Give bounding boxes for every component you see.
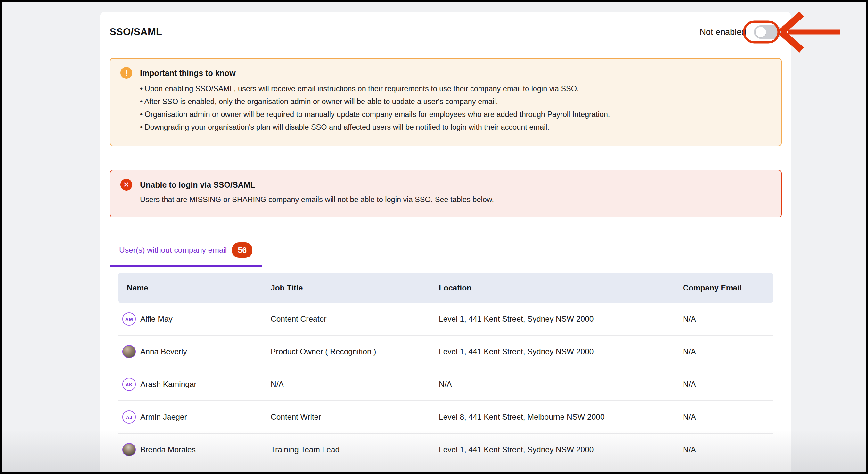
- user-name-cell: Brenda Morales: [118, 443, 271, 456]
- user-name-cell: AM Alfie May: [118, 312, 271, 326]
- important-info-alert: ! Important things to know Upon enabling…: [110, 58, 781, 146]
- company-email-cell: N/A: [683, 412, 773, 421]
- page-title: SSO/SAML: [110, 26, 162, 38]
- user-name: Anna Beverly: [140, 347, 187, 356]
- table-row[interactable]: Anna Beverly Product Owner ( Recognition…: [118, 336, 773, 368]
- warning-bullet: Organisation admin or owner will be requ…: [140, 108, 771, 121]
- warning-alert-body: Important things to know Upon enabling S…: [140, 67, 771, 133]
- warning-bullet-list: Upon enabling SSO/SAML, users will recei…: [140, 82, 771, 133]
- sso-toggle[interactable]: [754, 25, 781, 39]
- warning-bullet: After SSO is enabled, only the organisat…: [140, 95, 771, 108]
- sso-login-error-alert: ✕ Unable to login via SSO/SAML Users tha…: [110, 170, 781, 218]
- table-row[interactable]: AK Arash Kamingar N/A N/A N/A: [118, 368, 773, 401]
- toggle-knob-icon: [755, 27, 766, 37]
- company-email-cell: N/A: [683, 380, 773, 389]
- user-name-cell: AJ Armin Jaeger: [118, 410, 271, 424]
- job-title-cell: Content Creator: [271, 315, 439, 323]
- table-row[interactable]: Brenda Morales Training Team Lead Level …: [118, 434, 773, 466]
- location-cell: Level 1, 441 Kent Street, Sydney NSW 200…: [439, 315, 683, 323]
- company-email-cell: N/A: [683, 315, 773, 323]
- column-header-location: Location: [439, 283, 683, 292]
- job-title-cell: Training Team Lead: [271, 445, 439, 454]
- company-email-cell: N/A: [683, 445, 773, 454]
- screenshot-frame: SSO/SAML Not enabled !: [0, 0, 868, 474]
- tab-bar: User(s) without company email 56: [110, 243, 781, 266]
- users-table: Name Job Title Location Company Email AM…: [118, 273, 773, 466]
- warning-bullet: Downgrading your organisation's plan wil…: [140, 121, 771, 133]
- user-name-cell: AK Arash Kamingar: [118, 378, 271, 391]
- job-title-cell: Product Owner ( Recognition ): [271, 347, 439, 356]
- warning-bullet: Upon enabling SSO/SAML, users will recei…: [140, 82, 771, 95]
- user-name: Brenda Morales: [140, 445, 196, 454]
- user-name: Arash Kamingar: [140, 380, 197, 389]
- avatar: AJ: [122, 410, 136, 424]
- sso-saml-card: SSO/SAML Not enabled !: [100, 12, 791, 472]
- location-cell: Level 8, 441 Kent Street, Melbourne NSW …: [439, 412, 683, 421]
- avatar: AM: [122, 312, 136, 326]
- avatar-photo: [122, 345, 136, 358]
- job-title-cell: N/A: [271, 380, 439, 389]
- toggle-status-label: Not enabled: [700, 27, 746, 37]
- avatar-photo: [122, 443, 136, 456]
- x-circle-icon: ✕: [120, 179, 132, 191]
- error-alert-title: Unable to login via SSO/SAML: [140, 179, 771, 190]
- sso-toggle-group: Not enabled: [700, 25, 781, 39]
- location-cell: Level 1, 441 Kent Street, Sydney NSW 200…: [439, 347, 683, 356]
- error-alert-body: Unable to login via SSO/SAML Users that …: [140, 179, 771, 205]
- settings-page: SSO/SAML Not enabled !: [2, 2, 866, 472]
- table-row[interactable]: AM Alfie May Content Creator Level 1, 44…: [118, 303, 773, 336]
- error-alert-description: Users that are MISSING or SHARING compan…: [140, 194, 771, 205]
- user-name-cell: Anna Beverly: [118, 345, 271, 358]
- job-title-cell: Content Writer: [271, 412, 439, 421]
- warning-alert-title: Important things to know: [140, 68, 771, 78]
- table-header-row: Name Job Title Location Company Email: [118, 273, 773, 303]
- table-row[interactable]: AJ Armin Jaeger Content Writer Level 8, …: [118, 401, 773, 434]
- column-header-name: Name: [118, 283, 271, 292]
- exclamation-circle-icon: !: [120, 67, 132, 79]
- location-cell: N/A: [439, 380, 683, 389]
- column-header-company-email: Company Email: [683, 283, 773, 292]
- tab-label: User(s) without company email: [119, 246, 227, 255]
- location-cell: Level 1, 441 Kent Street, Sydney NSW 200…: [439, 445, 683, 454]
- count-badge: 56: [232, 243, 252, 258]
- column-header-job-title: Job Title: [271, 283, 439, 292]
- card-header: SSO/SAML Not enabled: [110, 23, 781, 41]
- tab-users-without-company-email[interactable]: User(s) without company email 56: [110, 243, 262, 265]
- user-name: Alfie May: [140, 315, 173, 323]
- company-email-cell: N/A: [683, 347, 773, 356]
- avatar: AK: [122, 378, 136, 391]
- user-name: Armin Jaeger: [140, 412, 187, 421]
